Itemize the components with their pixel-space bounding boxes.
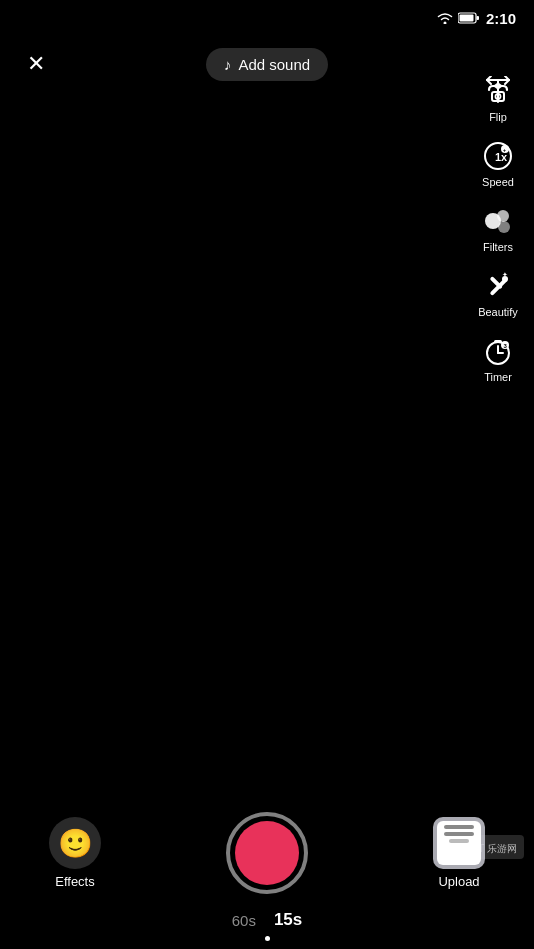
flip-icon xyxy=(481,74,515,108)
upload-label: Upload xyxy=(438,874,479,889)
close-button[interactable]: ✕ xyxy=(18,46,54,82)
duration-bar: 60s 15s xyxy=(0,904,534,934)
status-bar: 2:10 xyxy=(0,0,534,36)
effects-icon: 🙂 xyxy=(49,817,101,869)
timer-label: Timer xyxy=(484,371,512,383)
right-toolbar: Flip 1x + Speed Filters xyxy=(472,68,524,389)
effects-button[interactable]: 🙂 Effects xyxy=(40,817,110,889)
toolbar-item-beautify[interactable]: ✦ Beautify xyxy=(472,263,524,324)
svg-rect-21 xyxy=(494,340,502,343)
filters-icon xyxy=(481,204,515,238)
add-sound-button[interactable]: ♪ Add sound xyxy=(206,48,328,81)
timer-icon: 3 xyxy=(481,334,515,368)
status-time: 2:10 xyxy=(486,10,516,27)
filters-label: Filters xyxy=(483,241,513,253)
toolbar-item-flip[interactable]: Flip xyxy=(472,68,524,129)
wifi-icon xyxy=(437,12,453,24)
close-icon: ✕ xyxy=(27,51,45,77)
speed-icon: 1x + xyxy=(481,139,515,173)
toolbar-item-timer[interactable]: 3 Timer xyxy=(472,328,524,389)
battery-icon xyxy=(458,12,480,24)
svg-marker-4 xyxy=(499,83,503,89)
svg-point-12 xyxy=(497,210,509,222)
duration-60s[interactable]: 60s xyxy=(232,912,256,929)
upload-icon-inner xyxy=(437,821,481,865)
svg-rect-1 xyxy=(459,15,473,22)
upload-button[interactable]: Upload xyxy=(424,817,494,889)
beautify-label: Beautify xyxy=(478,306,518,318)
toolbar-item-speed[interactable]: 1x + Speed xyxy=(472,133,524,194)
top-bar: ✕ ♪ Add sound xyxy=(0,36,534,92)
bottom-controls: 🙂 Effects Upload xyxy=(0,802,534,904)
record-button-inner xyxy=(235,821,299,885)
toolbar-item-filters[interactable]: Filters xyxy=(472,198,524,259)
svg-text:✦: ✦ xyxy=(502,271,508,278)
effects-emoji: 🙂 xyxy=(58,827,93,860)
beautify-icon: ✦ xyxy=(481,269,515,303)
flip-label: Flip xyxy=(489,111,507,123)
upload-line-1 xyxy=(444,825,474,829)
bottom-area: 🙂 Effects Upload 60s 15s xyxy=(0,802,534,949)
add-sound-label: Add sound xyxy=(238,56,310,73)
speed-label: Speed xyxy=(482,176,514,188)
svg-text:+: + xyxy=(503,147,506,153)
duration-indicator-dot xyxy=(265,936,270,941)
upload-line-3 xyxy=(449,839,469,843)
svg-marker-3 xyxy=(493,83,497,89)
record-button[interactable] xyxy=(226,812,308,894)
svg-point-13 xyxy=(498,221,510,233)
upload-line-2 xyxy=(444,832,474,836)
svg-rect-2 xyxy=(476,16,479,20)
duration-15s[interactable]: 15s xyxy=(274,910,302,930)
upload-icon xyxy=(433,817,485,869)
effects-label: Effects xyxy=(55,874,95,889)
status-icons xyxy=(437,12,480,24)
music-icon: ♪ xyxy=(224,56,232,73)
